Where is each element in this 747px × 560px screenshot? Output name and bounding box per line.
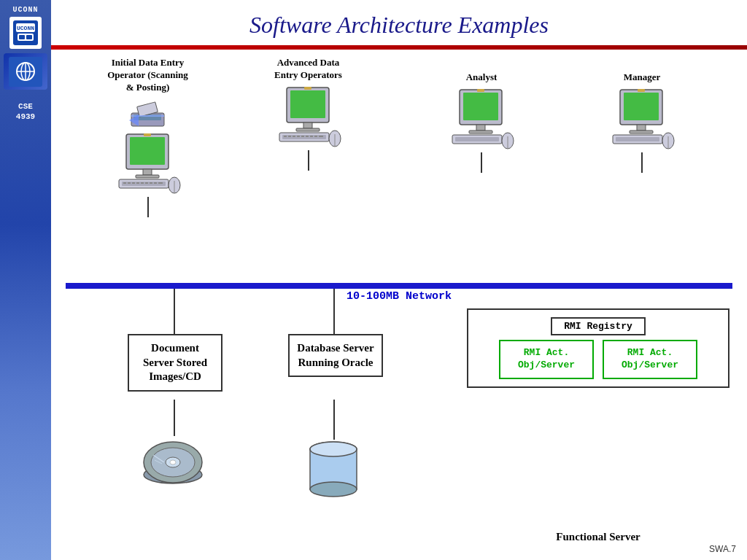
svg-rect-66 [616,137,659,141]
svg-rect-57 [455,137,499,141]
svg-rect-63 [637,125,646,131]
svg-rect-25 [128,182,131,184]
document-server-box: Document Server Stored Images/CD [128,334,222,392]
svg-rect-48 [310,136,313,137]
uconn-logo-icon: UCONN [12,19,39,47]
svg-rect-36 [303,122,312,128]
svg-rect-69 [638,89,645,92]
workstation-label-1: Initial Data Entry Operator (Scanning & … [106,57,190,94]
svg-point-80 [310,442,357,456]
svg-rect-47 [306,136,309,137]
svg-rect-60 [477,89,484,92]
svg-rect-53 [463,93,498,120]
db-server-line-down [333,400,335,440]
svg-rect-19 [136,175,159,178]
workstation-group-1: Initial Data Entry Operator (Scanning & … [106,57,190,217]
svg-text:UCONN: UCONN [17,25,34,31]
workstation-group-3: Analyst [445,71,518,173]
svg-rect-33 [144,133,151,136]
cd-disk-icon [139,435,208,489]
svg-rect-18 [143,169,152,175]
svg-rect-46 [301,136,304,137]
page-title: Software Architecture Examples [66,6,732,42]
rmi-act-box-1: RMI Act.Obj/Server [499,340,594,379]
rmi-act-box-2: RMI Act.Obj/Server [603,340,697,379]
svg-rect-51 [304,87,311,90]
svg-point-74 [170,460,176,464]
svg-rect-44 [293,136,295,137]
svg-rect-32 [158,182,163,184]
architecture-diagram: Initial Data Entry Operator (Scanning & … [51,50,747,560]
svg-rect-31 [154,182,157,184]
svg-rect-49 [314,136,317,137]
vertical-line-1 [147,197,149,217]
svg-rect-45 [297,136,300,137]
network-label: 10-100MB Network [51,290,747,303]
svg-point-79 [310,482,357,497]
svg-rect-28 [141,182,144,184]
svg-rect-42 [284,136,287,137]
engineering-icon [7,55,44,88]
database-server-box: Database Server Running Oracle [288,334,383,377]
workstation-group-4: Manager [605,71,678,173]
course-info: CSE4939 [16,101,35,122]
workstation-label-3: Analyst [466,71,498,84]
sidebar-secondary-logo [4,53,47,90]
functional-server-box: RMI Registry RMI Act.Obj/Server RMI Act.… [467,308,729,388]
svg-rect-29 [145,182,148,184]
vertical-line-2 [308,150,309,171]
db-server-line [333,289,335,334]
svg-rect-24 [123,182,126,184]
uconn-logo-area: UCONN UCONN [4,6,47,94]
workstation-label-4: Manager [624,71,661,84]
svg-rect-43 [288,136,291,137]
workstation-label-2: Advanced Data Entry Operators [266,57,350,82]
svg-rect-4 [19,35,25,39]
doc-server-line [174,289,175,334]
svg-rect-64 [630,131,653,133]
functional-server-label: Functional Server [467,531,729,543]
svg-rect-50 [319,136,323,137]
svg-rect-35 [290,90,325,118]
doc-server-line-down [174,400,175,436]
svg-rect-26 [132,182,135,184]
svg-rect-55 [469,131,492,133]
network-line [66,283,732,289]
svg-rect-37 [296,128,320,131]
workstation-computer-1 [112,133,185,197]
svg-rect-62 [624,93,659,120]
svg-rect-5 [26,35,32,39]
rmi-row: RMI Act.Obj/Server RMI Act.Obj/Server [476,340,721,379]
svg-rect-27 [136,182,139,184]
uconn-text: UCONN [12,6,38,14]
svg-rect-54 [476,125,485,131]
svg-rect-17 [130,137,165,165]
rmi-registry-label: RMI Registry [551,317,646,335]
svg-rect-30 [150,182,152,184]
workstation-computer-4 [605,88,678,152]
workstation-computer-2 [272,86,345,150]
uconn-icon: UCONN [9,17,42,49]
scanner-icon [128,98,168,131]
sidebar: UCONN UCONN CSE4939 [0,0,51,560]
vertical-line-3 [481,152,482,173]
vertical-line-4 [641,152,643,173]
database-cylinder-icon [308,436,359,498]
workstation-group-2: Advanced Data Entry Operators [266,57,350,171]
workstation-computer-3 [445,88,518,152]
slide-number: SWA.7 [709,544,736,554]
